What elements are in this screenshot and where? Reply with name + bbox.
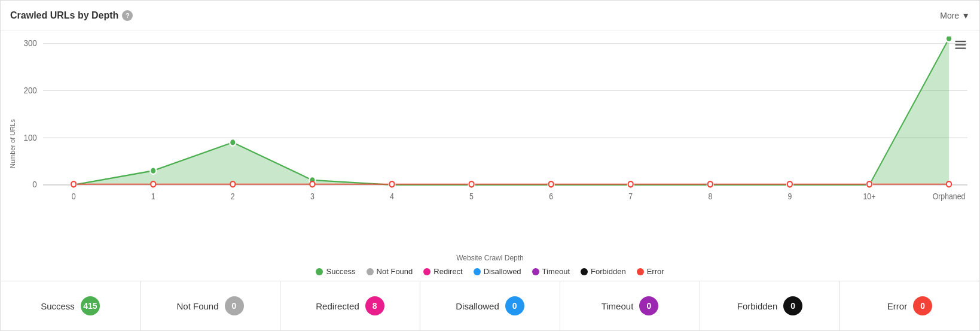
svg-text:0: 0 — [72, 192, 76, 201]
legend-dot-timeout — [532, 268, 539, 275]
title-text: Crawled URLs by Depth — [10, 10, 118, 21]
chart-inner: 300 200 100 0 0 1 2 3 4 5 6 7 8 9 10+ — [19, 37, 973, 251]
svg-point-37 — [310, 181, 315, 187]
svg-point-39 — [469, 181, 474, 187]
svg-rect-48 — [955, 48, 966, 49]
svg-text:7: 7 — [628, 192, 633, 201]
svg-text:9: 9 — [787, 192, 792, 201]
svg-text:5: 5 — [469, 192, 474, 201]
help-icon[interactable]: ? — [122, 10, 133, 21]
summary-item-error: Error 0 — [840, 281, 979, 330]
svg-point-34 — [71, 181, 76, 187]
legend-label-success: Success — [326, 267, 355, 276]
svg-marker-21 — [74, 38, 949, 184]
legend-item-notfound: Not Found — [367, 267, 413, 276]
more-label: More — [940, 11, 959, 20]
legend-label-redirect: Redirect — [433, 267, 462, 276]
svg-point-38 — [389, 181, 394, 187]
summary-badge-success: 415 — [81, 296, 100, 315]
svg-rect-46 — [955, 41, 966, 42]
legend-label-forbidden: Forbidden — [591, 267, 626, 276]
summary-label-timeout: Timeout — [602, 301, 634, 311]
summary-label-success: Success — [41, 301, 75, 311]
summary-badge-disallowed: 0 — [505, 296, 524, 315]
svg-text:6: 6 — [549, 192, 553, 201]
chart-container: Number of URLs 300 200 100 0 — [7, 37, 973, 251]
svg-rect-47 — [955, 44, 966, 45]
svg-point-36 — [230, 181, 235, 187]
svg-point-42 — [708, 181, 713, 187]
summary-bar: Success 415 Not Found 0 Redirected 8 Dis… — [1, 281, 979, 330]
svg-text:300: 300 — [24, 38, 37, 48]
summary-label-forbidden: Forbidden — [737, 301, 778, 311]
summary-badge-redirected: 8 — [365, 296, 384, 315]
legend-item-redirect: Redirect — [423, 267, 462, 276]
legend-item-forbidden: Forbidden — [581, 267, 626, 276]
svg-point-33 — [946, 37, 952, 42]
svg-text:0: 0 — [32, 180, 36, 190]
summary-label-redirected: Redirected — [316, 301, 359, 311]
summary-item-redirected: Redirected 8 — [280, 281, 420, 330]
svg-text:200: 200 — [24, 85, 37, 95]
summary-item-disallowed: Disallowed 0 — [420, 281, 560, 330]
svg-point-23 — [150, 167, 156, 174]
more-button[interactable]: More ▼ — [940, 11, 970, 20]
svg-text:100: 100 — [24, 132, 37, 142]
widget-crawled-urls: Crawled URLs by Depth ? More ▼ Number of… — [0, 0, 980, 331]
svg-text:10+: 10+ — [863, 192, 876, 201]
svg-point-45 — [947, 181, 951, 187]
widget-title: Crawled URLs by Depth ? — [10, 10, 133, 21]
summary-item-success: Success 415 — [1, 281, 141, 330]
legend-dot-disallowed — [474, 268, 481, 275]
legend-dot-notfound — [367, 268, 374, 275]
svg-point-40 — [549, 181, 554, 187]
legend-dot-redirect — [423, 268, 431, 275]
summary-label-disallowed: Disallowed — [456, 301, 499, 311]
y-axis-label: Number of URLs — [7, 37, 19, 251]
svg-point-44 — [867, 181, 872, 187]
svg-text:4: 4 — [390, 192, 394, 201]
legend-dot-success — [316, 268, 323, 275]
chart-svg: 300 200 100 0 0 1 2 3 4 5 6 7 8 9 10+ — [19, 37, 973, 251]
legend-item-success: Success — [316, 267, 355, 276]
svg-text:8: 8 — [708, 192, 712, 201]
legend-dot-forbidden — [581, 268, 588, 275]
svg-point-43 — [787, 181, 792, 187]
svg-text:1: 1 — [151, 192, 155, 201]
summary-badge-error: 0 — [913, 296, 932, 315]
chart-legend: Success Not Found Redirect Disallowed Ti… — [7, 263, 973, 281]
legend-label-error: Error — [647, 267, 664, 276]
summary-item-timeout: Timeout 0 — [560, 281, 700, 330]
chart-area: Number of URLs 300 200 100 0 — [1, 31, 979, 281]
legend-item-timeout: Timeout — [532, 267, 570, 276]
svg-text:Orphaned: Orphaned — [933, 192, 966, 201]
chevron-down-icon: ▼ — [961, 11, 970, 20]
legend-label-notfound: Not Found — [377, 267, 413, 276]
svg-point-35 — [151, 181, 155, 187]
svg-text:2: 2 — [231, 192, 235, 201]
legend-item-disallowed: Disallowed — [474, 267, 521, 276]
svg-point-41 — [628, 181, 633, 187]
legend-dot-error — [637, 268, 644, 275]
widget-header: Crawled URLs by Depth ? More ▼ — [1, 1, 979, 31]
summary-badge-timeout: 0 — [639, 296, 658, 315]
svg-text:3: 3 — [310, 192, 315, 201]
legend-label-timeout: Timeout — [542, 267, 570, 276]
summary-item-notfound: Not Found 0 — [141, 281, 280, 330]
summary-badge-notfound: 0 — [225, 296, 244, 315]
legend-label-disallowed: Disallowed — [484, 267, 521, 276]
x-axis-title: Website Crawl Depth — [7, 251, 973, 263]
svg-point-24 — [230, 139, 236, 146]
summary-item-forbidden: Forbidden 0 — [700, 281, 840, 330]
summary-label-notfound: Not Found — [176, 301, 218, 311]
summary-label-error: Error — [887, 301, 907, 311]
legend-item-error: Error — [637, 267, 664, 276]
summary-badge-forbidden: 0 — [783, 296, 802, 315]
